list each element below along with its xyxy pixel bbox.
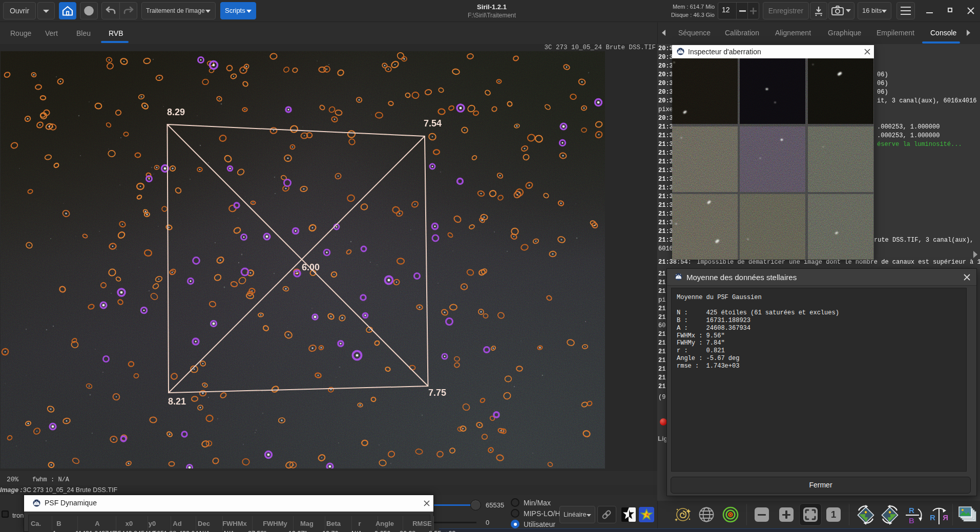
svg-text:B: B: [909, 516, 914, 525]
svg-text:R: R: [943, 513, 948, 522]
svg-text:R: R: [909, 506, 914, 515]
svg-text:R: R: [930, 513, 935, 522]
